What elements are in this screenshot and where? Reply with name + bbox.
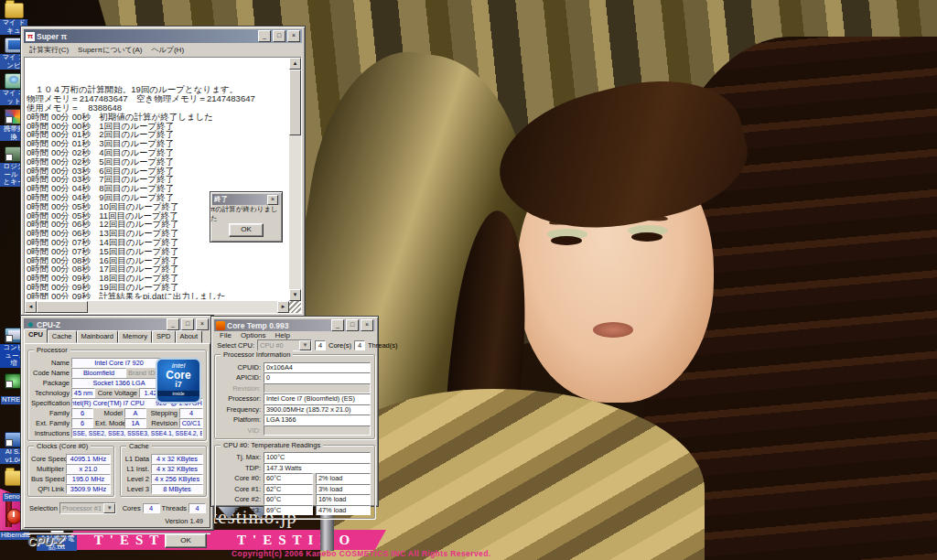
intel-core-i7-logo: intel Core i7 inside bbox=[156, 358, 201, 404]
revision-value: C0/C1 bbox=[179, 418, 203, 428]
superpi-window: π Super π _ □ × 計算実行(C) Superπについて(A) ヘル… bbox=[20, 26, 306, 318]
threads-value: 4 bbox=[188, 503, 206, 513]
lips bbox=[593, 322, 633, 338]
menu-about[interactable]: Superπについて(A) bbox=[73, 45, 146, 55]
minimize-button[interactable]: _ bbox=[258, 30, 271, 42]
cpuz-app-icon: ◆ bbox=[26, 320, 35, 329]
bus-speed-value: 195.0 MHz bbox=[66, 474, 111, 484]
close-icon[interactable]: × bbox=[267, 195, 278, 205]
codename-value: Bloomfield bbox=[71, 368, 126, 378]
superpi-titlebar[interactable]: π Super π _ □ × bbox=[24, 29, 302, 43]
scroll-left-button[interactable]: ◄ bbox=[25, 301, 37, 313]
tab-mainboard[interactable]: Mainboard bbox=[77, 330, 118, 343]
maximize-button[interactable]: □ bbox=[273, 30, 285, 42]
scroll-thumb[interactable] bbox=[37, 301, 88, 313]
processor-value: Intel Core i7 (Bloomfield) (ES) bbox=[264, 393, 371, 404]
l1-data-value: 4 x 32 KBytes bbox=[151, 454, 203, 464]
copyright-text: Copyright(c) 2006 Kanebo COSMETICS INC A… bbox=[232, 549, 491, 558]
vid-value bbox=[264, 425, 371, 436]
version-text: Version 1.49 bbox=[27, 517, 203, 525]
cpuz-cpu-page: Processor intel Core i7 inside Name Inte… bbox=[24, 343, 210, 528]
cache-group: Cache L1 Data 4 x 32 KBytes L1 Inst. 4 x… bbox=[120, 446, 207, 497]
dialog-message: πの計算が終わりました bbox=[210, 205, 282, 223]
close-button[interactable]: × bbox=[196, 318, 209, 330]
tab-memory[interactable]: Memory bbox=[118, 330, 152, 343]
scroll-right-button[interactable]: ► bbox=[277, 301, 289, 313]
core2-temp: 60°C bbox=[264, 494, 313, 505]
frequency-value: 3900.05MHz (185.72 x 21.0) bbox=[264, 404, 371, 415]
core-speed-value: 4095.1 MHz bbox=[66, 454, 111, 464]
tjmax-value: 100°C bbox=[264, 452, 371, 463]
scroll-down-button[interactable]: ▼ bbox=[289, 289, 301, 301]
stepping-value: 4 bbox=[179, 408, 203, 418]
core3-load: 47% load bbox=[316, 505, 371, 516]
clocks-group: Clocks (Core #0) Core Speed 4095.1 MHz M… bbox=[27, 446, 114, 497]
cpuz-title: CPU-Z bbox=[37, 320, 165, 329]
menu-calculate[interactable]: 計算実行(C) bbox=[25, 45, 73, 55]
dialog-title: 終了 bbox=[214, 195, 265, 204]
cpuz-footer: CPU-Z OK bbox=[24, 533, 210, 548]
minimize-button[interactable]: _ bbox=[331, 319, 344, 331]
core2-load: 16% load bbox=[316, 494, 371, 505]
tab-spd[interactable]: SPD bbox=[152, 330, 175, 343]
cores-count: 4 bbox=[315, 340, 326, 351]
menu-options[interactable]: Options bbox=[236, 331, 271, 339]
menu-help[interactable]: Help bbox=[270, 331, 294, 339]
cpu-name-value: Intel Core i7 920 bbox=[71, 358, 167, 368]
multiplier-value: x 21.0 bbox=[66, 464, 111, 474]
cpuid-value: 0x106A4 bbox=[264, 362, 371, 373]
scroll-thumb[interactable] bbox=[289, 70, 301, 135]
pi-finished-dialog: 終了 × πの計算が終わりました OK bbox=[210, 191, 283, 242]
minimize-button[interactable]: _ bbox=[167, 318, 179, 330]
menu-help[interactable]: ヘルプ(H) bbox=[146, 45, 188, 55]
cpuz-logo: CPU-Z bbox=[27, 534, 64, 548]
close-button[interactable]: × bbox=[287, 30, 300, 42]
coretemp-window: Core Temp 0.993 _ □ × File Options Help … bbox=[210, 316, 379, 507]
core0-temp: 60°C bbox=[264, 473, 313, 484]
revision-value bbox=[264, 383, 371, 394]
coretemp-app-icon bbox=[216, 321, 225, 330]
core1-load: 3% load bbox=[316, 484, 371, 495]
ok-button[interactable]: OK bbox=[229, 223, 264, 237]
temperature-readings-group: CPU #0: Temperature Readings Tj. Max: 10… bbox=[214, 445, 375, 519]
coretemp-title: Core Temp 0.993 bbox=[227, 321, 329, 330]
superpi-menubar: 計算実行(C) Superπについて(A) ヘルプ(H) bbox=[21, 43, 305, 56]
close-button[interactable]: × bbox=[361, 319, 373, 331]
coretemp-titlebar[interactable]: Core Temp 0.993 _ □ × bbox=[214, 319, 375, 331]
tab-cache[interactable]: Cache bbox=[48, 330, 77, 343]
scroll-up-button[interactable]: ▲ bbox=[289, 58, 301, 70]
tab-about[interactable]: About bbox=[176, 330, 203, 343]
level3-value: 8 MBytes bbox=[151, 484, 203, 494]
dialog-titlebar[interactable]: 終了 × bbox=[212, 194, 280, 205]
processor-selection-dropdown[interactable]: Processor #1▼ bbox=[59, 502, 116, 514]
tab-cpu[interactable]: CPU bbox=[24, 328, 48, 343]
maximize-button[interactable]: □ bbox=[346, 319, 359, 331]
ext-family-value: 6 bbox=[71, 418, 93, 428]
menu-file[interactable]: File bbox=[215, 331, 236, 339]
superpi-app-icon: π bbox=[26, 32, 35, 41]
apicid-value: 0 bbox=[264, 372, 371, 383]
resize-grip[interactable] bbox=[289, 301, 301, 313]
platform-value: LGA 1366 bbox=[264, 415, 371, 425]
horizontal-scrollbar[interactable]: ◄ ► bbox=[25, 301, 289, 313]
eye bbox=[631, 232, 662, 242]
processor-information-group: Processor Information CPUID: 0x106A4 API… bbox=[214, 354, 375, 439]
chevron-down-icon: ▼ bbox=[103, 503, 115, 513]
package-value: Socket 1366 LGA bbox=[71, 378, 167, 388]
cpuz-tabs: CPU Cache Mainboard Memory SPD About bbox=[24, 331, 210, 343]
technology-value: 45 nm bbox=[71, 388, 95, 398]
banner-text-right: T'ESTIMO bbox=[237, 533, 356, 548]
vertical-scrollbar[interactable]: ▲ ▼ bbox=[289, 58, 301, 301]
cpuz-titlebar[interactable]: ◆ CPU-Z _ □ × bbox=[24, 318, 210, 330]
core3-temp: 69°C bbox=[264, 505, 313, 516]
family-value: 6 bbox=[71, 408, 93, 418]
coretemp-menubar: File Options Help bbox=[211, 331, 378, 339]
ext-model-value: 1A bbox=[124, 418, 146, 428]
power-icon bbox=[6, 509, 22, 524]
superpi-output-line: 0時間 00分 09秒 計算結果をpi.datに出力しました bbox=[27, 292, 287, 299]
core0-load: 2% load bbox=[316, 473, 371, 484]
ok-button[interactable]: OK bbox=[165, 533, 207, 548]
maximize-button[interactable]: □ bbox=[181, 318, 194, 330]
chevron-down-icon: ▼ bbox=[299, 340, 311, 350]
folder-icon bbox=[5, 3, 24, 18]
